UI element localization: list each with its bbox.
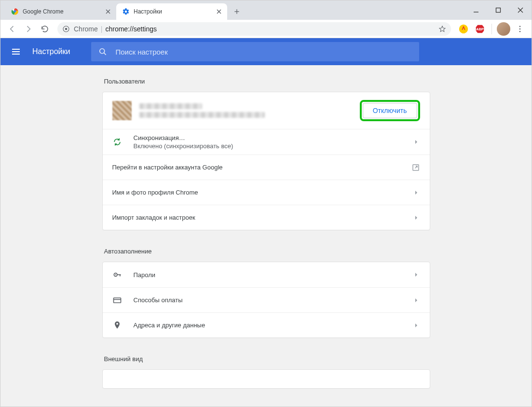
payments-row[interactable]: Способы оплаты — [103, 287, 430, 312]
svg-rect-31 — [113, 298, 121, 303]
annotation-highlight: Отключить — [360, 100, 420, 121]
autofill-card: Пароли Способы оплаты Адреса и другие — [102, 262, 430, 338]
window-maximize-button[interactable] — [494, 6, 503, 14]
svg-point-15 — [459, 24, 468, 33]
close-icon[interactable] — [216, 8, 222, 15]
url-chip: Chrome — [74, 25, 98, 33]
users-card: Отключить Синхронизация… Включено (синхр… — [102, 92, 430, 230]
svg-point-18 — [519, 26, 521, 27]
close-icon[interactable] — [105, 8, 111, 15]
sync-subtitle: Включено (синхронизировать все) — [134, 142, 412, 150]
section-title-appearance: Внешний вид — [104, 355, 430, 363]
svg-marker-14 — [439, 26, 445, 31]
svg-text:ABP: ABP — [476, 27, 484, 31]
settings-search-input[interactable] — [114, 47, 412, 56]
credit-card-icon — [112, 295, 122, 305]
svg-point-19 — [519, 28, 521, 29]
back-button[interactable] — [5, 22, 19, 36]
extension-abp-icon[interactable]: ABP — [473, 22, 487, 36]
external-link-icon — [411, 163, 420, 172]
svg-rect-29 — [120, 274, 121, 276]
profile-avatar — [112, 101, 132, 120]
new-tab-button[interactable] — [230, 5, 244, 18]
chevron-right-icon — [412, 138, 420, 146]
menu-icon[interactable] — [10, 46, 22, 57]
reload-button[interactable] — [38, 22, 52, 36]
profile-name-redacted — [139, 103, 202, 109]
page-title: Настройки — [32, 47, 70, 56]
sync-row[interactable]: Синхронизация… Включено (синхронизироват… — [103, 129, 430, 154]
key-icon — [112, 270, 122, 280]
section-title-users: Пользователи — [104, 78, 430, 85]
profile-info — [139, 103, 360, 118]
chevron-right-icon — [412, 296, 420, 304]
profile-email-redacted — [139, 112, 265, 118]
passwords-row[interactable]: Пароли — [103, 262, 430, 287]
url-text: chrome://settings — [105, 25, 157, 33]
section-title-autofill: Автозаполнение — [104, 248, 430, 255]
window-controls — [472, 0, 532, 20]
disconnect-button[interactable]: Отключить — [363, 103, 417, 118]
chrome-icon — [11, 8, 19, 15]
location-pin-icon — [112, 321, 122, 330]
sync-title: Синхронизация… — [134, 134, 412, 141]
sync-icon — [112, 137, 122, 147]
svg-point-30 — [115, 274, 116, 275]
window-close-button[interactable] — [516, 6, 525, 14]
forward-button[interactable] — [22, 22, 35, 36]
browser-tab-1[interactable]: Настройки — [116, 3, 227, 20]
svg-point-20 — [519, 30, 521, 32]
svg-rect-1 — [496, 8, 501, 13]
window-minimize-button[interactable] — [472, 6, 480, 14]
search-icon — [98, 47, 108, 56]
browser-tab-0[interactable]: Google Chrome — [5, 3, 116, 20]
addresses-row[interactable]: Адреса и другие данные — [103, 312, 430, 337]
svg-line-25 — [104, 53, 106, 55]
google-account-row[interactable]: Перейти в настройки аккаунта Google — [103, 154, 430, 180]
import-row[interactable]: Импорт закладок и настроек — [103, 205, 430, 230]
settings-search[interactable] — [91, 42, 419, 61]
omnibox[interactable]: Chrome | chrome://settings — [57, 22, 451, 36]
settings-content[interactable]: Пользователи Отключить Синхронизация… — [0, 65, 532, 407]
appearance-card — [102, 369, 430, 389]
svg-point-13 — [65, 28, 68, 30]
chevron-right-icon — [412, 322, 420, 329]
chrome-chip-icon — [62, 25, 70, 33]
chevron-right-icon — [412, 271, 420, 279]
chevron-right-icon — [412, 189, 420, 196]
profile-row: Отключить — [103, 92, 430, 129]
tab-strip: Google Chrome Настройки — [0, 0, 532, 20]
tab-title: Настройки — [134, 8, 212, 15]
browser-toolbar: Chrome | chrome://settings ABP — [0, 20, 532, 38]
profile-avatar-button[interactable] — [497, 22, 510, 36]
browser-menu-button[interactable] — [513, 22, 527, 36]
tab-title: Google Chrome — [23, 8, 101, 15]
bookmark-star-icon[interactable] — [438, 25, 446, 33]
settings-header: Настройки — [0, 38, 532, 65]
chevron-right-icon — [412, 214, 420, 222]
extension-yandex-icon[interactable] — [457, 22, 470, 36]
profile-name-photo-row[interactable]: Имя и фото профиля Chrome — [103, 180, 430, 205]
gear-icon — [122, 8, 130, 15]
svg-point-24 — [100, 49, 105, 54]
